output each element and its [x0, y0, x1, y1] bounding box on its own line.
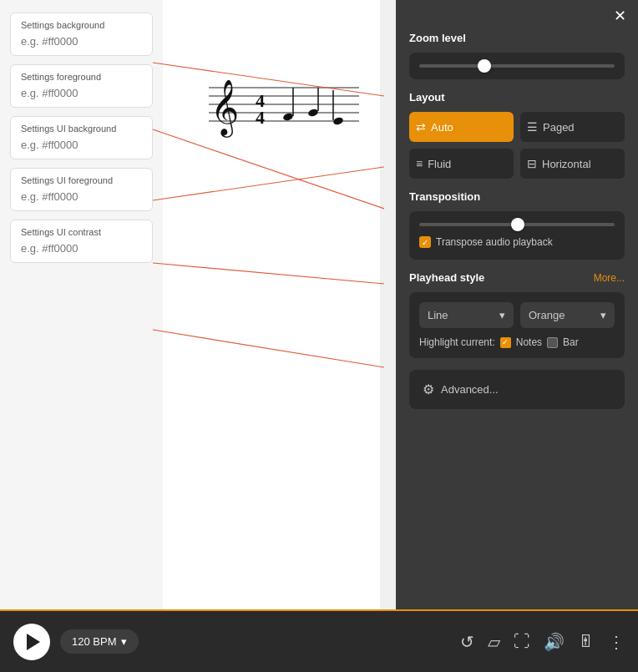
panel-header: ✕ — [396, 0, 638, 28]
svg-point-12 — [332, 116, 344, 126]
bar-label: Bar — [563, 336, 579, 348]
settings-background-input[interactable] — [21, 35, 142, 48]
bottom-toolbar: 120 BPM ▾ ↺ ⏥ ⛶ 🔊 🎚 ⋮ — [0, 609, 638, 672]
layout-auto-icon: ⇄ — [416, 120, 426, 134]
transpose-checkbox-label: Transpose audio playback — [436, 236, 553, 248]
settings-right-panel: ✕ Zoom level Layout ⇄ Auto ☰ Paged ≡ Flu… — [396, 0, 638, 609]
settings-ui-background-label: Settings UI background — [21, 124, 142, 134]
layout-paged-button[interactable]: ☰ Paged — [520, 112, 625, 142]
volume-icon[interactable]: 🔊 — [544, 632, 565, 652]
mixer-icon[interactable]: 🎚 — [578, 632, 595, 651]
settings-ui-contrast-label: Settings UI contrast — [21, 227, 142, 237]
bpm-selector[interactable]: 120 BPM ▾ — [60, 629, 139, 654]
color-chevron-icon: ▾ — [600, 309, 606, 321]
layout-fluid-button[interactable]: ≡ Fluid — [409, 149, 514, 179]
play-button[interactable] — [13, 624, 50, 660]
zoom-label: Zoom level — [409, 32, 625, 44]
transposition-container: ✓ Transpose audio playback — [409, 211, 625, 260]
toolbar-icons: ↺ ⏥ ⛶ 🔊 🎚 ⋮ — [460, 632, 625, 652]
layout-fluid-label: Fluid — [428, 158, 451, 170]
more-link[interactable]: More... — [594, 272, 625, 284]
settings-ui-contrast-input[interactable] — [21, 242, 142, 255]
transpose-checkbox-row: ✓ Transpose audio playback — [419, 236, 615, 248]
music-notation-svg: 𝄞 4 4 — [175, 50, 367, 150]
line-chevron-icon: ▾ — [499, 309, 505, 321]
color-label: Orange — [529, 309, 565, 321]
settings-foreground-input[interactable] — [21, 87, 142, 99]
layout-paged-icon: ☰ — [527, 120, 538, 134]
layout-label: Layout — [409, 91, 625, 104]
settings-foreground-label: Settings foreground — [21, 72, 142, 82]
dropdown-row: Line ▾ Orange ▾ — [419, 302, 615, 328]
svg-text:𝄞: 𝄞 — [210, 79, 239, 138]
settings-ui-contrast-field: Settings UI contrast — [10, 220, 153, 263]
transposition-label: Transposition — [409, 190, 625, 203]
layout-auto-button[interactable]: ⇄ Auto — [409, 112, 514, 142]
settings-foreground-field: Settings foreground — [10, 64, 153, 108]
settings-background-field: Settings background — [10, 13, 153, 56]
settings-background-label: Settings background — [21, 20, 142, 30]
music-sheet-area: 𝄞 4 4 — [163, 0, 380, 609]
notes-label: Notes — [516, 336, 542, 348]
settings-ui-foreground-input[interactable] — [21, 190, 142, 203]
transposition-slider-track[interactable] — [419, 223, 615, 226]
close-button[interactable]: ✕ — [614, 8, 626, 23]
advanced-button[interactable]: ⚙ Advanced... — [409, 370, 625, 409]
layout-horizontal-label: Horizontal — [542, 158, 591, 170]
svg-text:4: 4 — [256, 107, 265, 128]
more-options-icon[interactable]: ⋮ — [608, 632, 625, 652]
layout-grid: ⇄ Auto ☰ Paged ≡ Fluid ⊟ Horizontal — [409, 112, 625, 179]
notes-checkbox[interactable]: ✓ — [500, 337, 511, 348]
playhead-controls: Line ▾ Orange ▾ Highlight current: ✓ Not… — [409, 292, 625, 358]
zoom-slider-container — [409, 53, 625, 79]
color-dropdown[interactable]: Orange ▾ — [520, 302, 615, 328]
line-label: Line — [428, 309, 448, 321]
highlight-label: Highlight current: — [419, 336, 495, 348]
fullscreen-icon[interactable]: ⛶ — [514, 632, 530, 651]
line-dropdown[interactable]: Line ▾ — [419, 302, 514, 328]
layout-horizontal-button[interactable]: ⊟ Horizontal — [520, 149, 625, 179]
transposition-slider-thumb[interactable] — [511, 218, 524, 231]
playhead-header: Playhead style More... — [409, 271, 625, 284]
advanced-label: Advanced... — [441, 383, 499, 396]
settings-ui-foreground-field: Settings UI foreground — [10, 168, 153, 211]
layout-paged-label: Paged — [543, 121, 575, 134]
svg-point-10 — [307, 108, 319, 118]
playhead-label: Playhead style — [409, 271, 484, 284]
layout-auto-label: Auto — [431, 121, 453, 134]
svg-point-8 — [282, 112, 294, 122]
left-settings-panel: Settings background Settings foreground … — [0, 0, 163, 609]
play-icon — [27, 634, 40, 650]
zoom-slider-thumb[interactable] — [478, 59, 491, 73]
advanced-icon: ⚙ — [423, 381, 434, 397]
layout-fluid-icon: ≡ — [416, 157, 423, 170]
bpm-chevron-icon: ▾ — [121, 635, 127, 648]
settings-ui-background-field: Settings UI background — [10, 116, 153, 159]
zoom-slider-track[interactable] — [419, 64, 615, 68]
metronome-icon[interactable]: ⏥ — [488, 632, 500, 652]
loop-icon[interactable]: ↺ — [460, 632, 474, 652]
highlight-row: Highlight current: ✓ Notes Bar — [419, 336, 615, 348]
bpm-label: 120 BPM — [72, 635, 116, 648]
settings-ui-background-input[interactable] — [21, 139, 142, 151]
settings-ui-foreground-label: Settings UI foreground — [21, 175, 142, 185]
transpose-checkbox[interactable]: ✓ — [419, 236, 431, 248]
panel-content: Zoom level Layout ⇄ Auto ☰ Paged ≡ Fluid… — [396, 28, 638, 609]
layout-horizontal-icon: ⊟ — [527, 157, 537, 170]
bar-checkbox[interactable] — [547, 337, 558, 348]
